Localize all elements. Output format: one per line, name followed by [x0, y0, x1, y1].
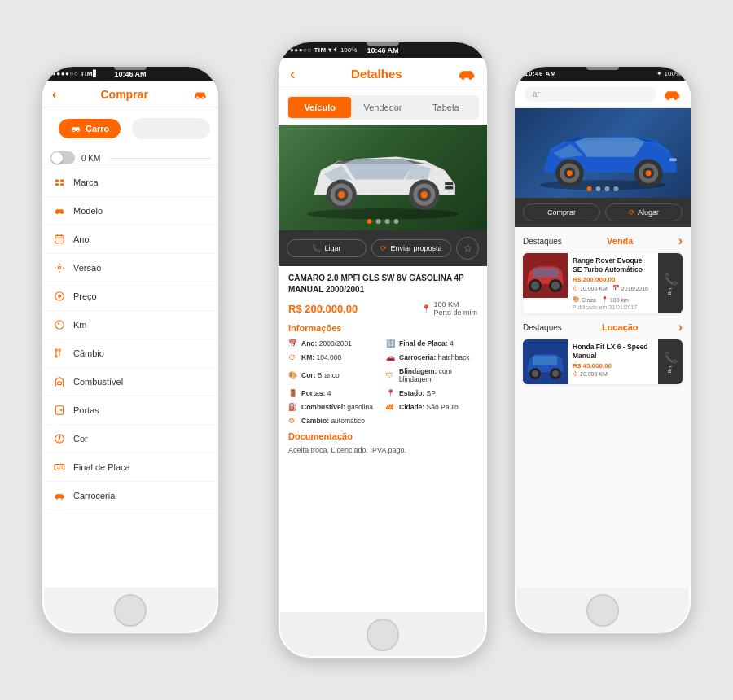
- svg-rect-0: [55, 180, 59, 182]
- calendar-info-icon: 📅: [288, 339, 298, 348]
- range-rover-year: 📅 2016/2016: [612, 285, 648, 291]
- cor-icon: [52, 431, 67, 446]
- blue-camaro-svg: [521, 115, 684, 192]
- honda-fit-price: R$ 45.000,00: [573, 362, 653, 370]
- dot-3[interactable]: [385, 219, 390, 224]
- tab-vendedor[interactable]: Vendedor: [351, 97, 414, 118]
- svg-point-37: [421, 191, 428, 198]
- filter-km[interactable]: Km: [42, 311, 218, 339]
- honda-action[interactable]: 📞 Lig: [658, 339, 683, 384]
- car-icon: [192, 89, 208, 100]
- car-price: R$ 200.000,00: [288, 303, 358, 315]
- tab-tabela[interactable]: Tabela: [415, 97, 477, 118]
- color-meta-icon: 🎨: [573, 296, 580, 303]
- svg-rect-38: [445, 182, 453, 185]
- range-rover-details: Range Rover Evoque SE Turbo Automático R…: [568, 253, 658, 313]
- right-dot-2[interactable]: [596, 186, 601, 191]
- filter-combustivel[interactable]: Combustível: [42, 368, 218, 396]
- svg-point-25: [61, 497, 63, 499]
- dist-meta-icon: 📍: [601, 296, 608, 303]
- range-rover-price: R$ 200.000,00: [573, 276, 653, 283]
- tab-veiculo[interactable]: Veículo: [288, 97, 351, 118]
- filter-placa[interactable]: 123 Final de Placa: [42, 453, 218, 482]
- filter-cor[interactable]: Cor: [42, 425, 218, 453]
- km-info-icon: ⏱: [288, 353, 298, 361]
- modelo-icon: [52, 203, 67, 218]
- honda-fit-card[interactable]: Honda Fit LX 6 - Speed Manual R$ 45.000,…: [523, 339, 683, 384]
- propose-button[interactable]: ⟳ Enviar proposta: [371, 239, 451, 257]
- info-combustivel: ⛽ Combustível: gasolina: [288, 401, 380, 413]
- left-carrier: ●●●●○○ TIM: [52, 70, 93, 77]
- svg-point-27: [468, 76, 472, 80]
- car-modelo-icon: [54, 207, 65, 215]
- phone-left: ●●●●○○ TIM 10:46 AM ▋ ‹ Comprar: [41, 65, 220, 635]
- center-car-icon: [458, 68, 476, 81]
- call-button[interactable]: 📞 Ligar: [287, 239, 366, 257]
- dot-4[interactable]: [394, 219, 399, 224]
- svg-point-40: [666, 96, 670, 100]
- back-button[interactable]: ‹: [52, 87, 56, 102]
- locacao-header: Destaques Locação ›: [523, 320, 683, 335]
- km-icon: [52, 317, 67, 332]
- preco-icon: [52, 289, 67, 304]
- carro-button[interactable]: Carro: [59, 119, 121, 138]
- filter-marca[interactable]: Marca: [42, 168, 218, 197]
- range-rover-published: Publicado em 31/01/2017: [573, 304, 653, 310]
- info-ano: 📅 Ano: 2000/2001: [288, 338, 380, 349]
- carroceria-icon: [52, 488, 67, 503]
- dot-2[interactable]: [376, 219, 381, 224]
- dot-1[interactable]: [367, 219, 372, 224]
- filter-ano[interactable]: Ano: [42, 225, 218, 254]
- filter-preco[interactable]: Preço: [42, 282, 218, 311]
- comprar-button[interactable]: Comprar: [523, 203, 600, 221]
- locacao-chevron[interactable]: ›: [678, 320, 683, 335]
- combustivel-label: Combustível: [73, 377, 123, 387]
- info-portas: 🚪 Portas: 4: [288, 387, 380, 399]
- right-status-bar: 10:46 AM ✦ 100%: [515, 67, 691, 81]
- filter-modelo[interactable]: Modelo: [42, 197, 218, 225]
- km-toggle[interactable]: [50, 151, 75, 164]
- honda-fit-svg: [523, 339, 568, 384]
- highlights-section: Destaques Venda ›: [515, 227, 691, 588]
- venda-chevron[interactable]: ›: [678, 234, 683, 248]
- info-final-placa: 🔢 Final de Placa: 4: [386, 338, 477, 349]
- range-rover-action[interactable]: 📞 Lig: [658, 253, 683, 313]
- right-home-button[interactable]: [586, 594, 619, 627]
- filter-versao[interactable]: Versão: [42, 254, 218, 282]
- svg-point-26: [461, 76, 465, 80]
- info-carroceria: 🚗 Carroceria: hatchback: [386, 352, 477, 363]
- marca-label: Marca: [73, 177, 99, 187]
- svg-point-13: [55, 349, 57, 351]
- svg-rect-6: [55, 235, 64, 243]
- right-dot-1[interactable]: [587, 186, 592, 191]
- ano-icon: [52, 232, 67, 247]
- range-rover-image: [523, 253, 568, 298]
- right-search-input[interactable]: ar: [525, 86, 656, 102]
- range-rover-title: Range Rover Evoque SE Turbo Automático: [573, 256, 653, 274]
- brand-icon: [54, 177, 65, 188]
- filter-cambio[interactable]: Câmbio: [42, 339, 218, 368]
- km-meta-icon: ⏱: [573, 286, 578, 291]
- svg-point-28: [466, 74, 468, 77]
- left-home-button[interactable]: [114, 594, 147, 627]
- color-icon: [54, 433, 65, 444]
- venda-label: Venda: [607, 236, 633, 246]
- right-dot-4[interactable]: [614, 186, 619, 191]
- documentacao-section: Documentação Aceita troca, Licenciado, I…: [288, 431, 477, 454]
- right-dot-3[interactable]: [605, 186, 610, 191]
- filter-portas[interactable]: Portas: [42, 396, 218, 425]
- info-cidade: 🏙 Cidade: São Paulo: [386, 401, 477, 413]
- alugar-button[interactable]: ⟳ Alugar: [605, 203, 683, 221]
- favorite-button[interactable]: ☆: [456, 237, 479, 260]
- center-back-button[interactable]: ‹: [290, 64, 296, 83]
- range-rover-card[interactable]: Range Rover Evoque SE Turbo Automático R…: [523, 253, 683, 313]
- filter-carroceria[interactable]: Carroceria: [42, 482, 218, 510]
- phones-container: ●●●●○○ TIM 10:46 AM ▋ ‹ Comprar: [16, 16, 717, 684]
- venda-header: Destaques Venda ›: [523, 234, 683, 248]
- destaques-venda-label: Destaques: [523, 237, 562, 246]
- honda-ligar-text: Lig: [668, 366, 673, 373]
- center-home-button[interactable]: [366, 619, 399, 651]
- fuel-info-icon: ⛽: [288, 403, 298, 411]
- carro-car-icon: [70, 125, 81, 133]
- honda-km-icon: ⏱: [573, 371, 578, 377]
